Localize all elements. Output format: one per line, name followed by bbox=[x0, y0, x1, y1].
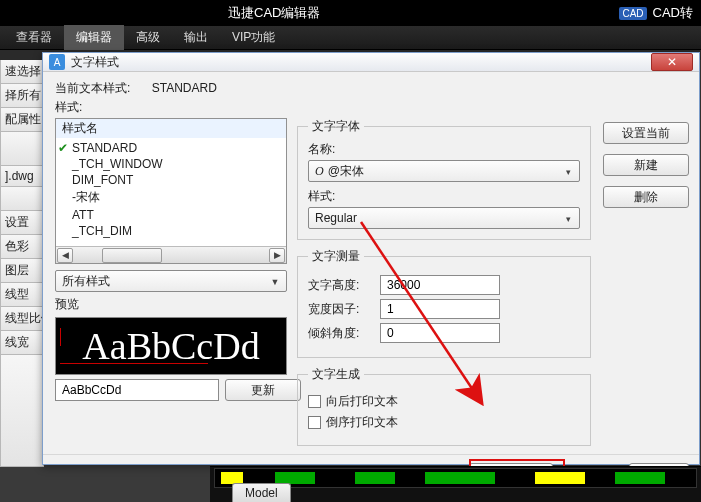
font-name-combo[interactable]: O @宋体 ▾ bbox=[308, 160, 580, 182]
chk-backwards-label: 向后打印文本 bbox=[326, 393, 398, 410]
preview-text: AaBbCcDd bbox=[82, 324, 259, 368]
font-name-value: @宋体 bbox=[328, 163, 364, 180]
style-item-label: _TCH_WINDOW bbox=[72, 157, 163, 171]
preview-box: AaBbCcDd bbox=[55, 317, 287, 375]
preview-label: 预览 bbox=[55, 296, 287, 313]
check-icon: ✔ bbox=[58, 141, 68, 155]
gen-group-title: 文字生成 bbox=[308, 366, 364, 383]
set-current-button[interactable]: 设置当前 bbox=[603, 122, 689, 144]
scroll-right-icon[interactable]: ▶ bbox=[269, 248, 285, 263]
current-style-label: 当前文本样式: bbox=[55, 81, 130, 95]
current-style-row: 当前文本样式: STANDARD bbox=[55, 80, 689, 97]
left-cell bbox=[0, 355, 44, 467]
chevron-down-icon: ▾ bbox=[561, 212, 575, 226]
font-name-label: 名称: bbox=[308, 141, 580, 158]
font-icon: O bbox=[315, 164, 324, 179]
left-cell[interactable]: 速选择 bbox=[0, 60, 44, 84]
width-label: 宽度因子: bbox=[308, 301, 380, 318]
scroll-left-icon[interactable]: ◀ bbox=[57, 248, 73, 263]
dialog-title: 文字样式 bbox=[71, 54, 119, 71]
style-item[interactable]: _TCH_WINDOW bbox=[56, 156, 286, 172]
left-cell[interactable]: 配属性 bbox=[0, 108, 44, 132]
style-filter-combo[interactable]: 所有样式 ▼ bbox=[55, 270, 287, 292]
width-input[interactable] bbox=[380, 299, 500, 319]
chk-upsidedown-row[interactable]: 倒序打印文本 bbox=[308, 414, 580, 431]
style-item[interactable]: -宋体 bbox=[56, 188, 286, 207]
left-cell[interactable]: 线型 bbox=[0, 283, 44, 307]
style-item-label: -宋体 bbox=[72, 189, 100, 206]
left-cell[interactable]: 色彩 bbox=[0, 235, 44, 259]
ribbon-tab-advanced[interactable]: 高级 bbox=[124, 25, 172, 50]
close-icon: ✕ bbox=[667, 55, 677, 69]
ribbon-tab-editor[interactable]: 编辑器 bbox=[64, 25, 124, 50]
current-style-value: STANDARD bbox=[152, 81, 217, 95]
style-item[interactable]: _TCH_DIM bbox=[56, 223, 286, 239]
font-style-label: 样式: bbox=[308, 188, 580, 205]
left-cell[interactable]: 线宽 bbox=[0, 331, 44, 355]
left-cell bbox=[0, 187, 44, 211]
delete-button[interactable]: 删除 bbox=[603, 186, 689, 208]
col-right: 设置当前 新建 删除 bbox=[601, 118, 689, 454]
text-style-dialog: A 文字样式 ✕ 当前文本样式: STANDARD 样式: 样式名 ✔ bbox=[42, 52, 700, 465]
style-list-header-label: 样式名 bbox=[62, 120, 98, 137]
oblique-label: 倾斜角度: bbox=[308, 325, 380, 342]
app-title: 迅捷CAD编辑器 bbox=[228, 4, 320, 22]
style-filter-value: 所有样式 bbox=[62, 273, 110, 290]
styles-label: 样式: bbox=[55, 99, 689, 116]
font-group: 文字字体 名称: O @宋体 ▾ 样式: Regular ▾ bbox=[297, 118, 591, 240]
font-style-combo[interactable]: Regular ▾ bbox=[308, 207, 580, 229]
font-group-title: 文字字体 bbox=[308, 118, 364, 135]
ribbon-tab-output[interactable]: 输出 bbox=[172, 25, 220, 50]
update-button[interactable]: 更新 bbox=[225, 379, 301, 401]
left-cell bbox=[0, 132, 44, 166]
style-item-label: STANDARD bbox=[72, 141, 137, 155]
measure-group-title: 文字测量 bbox=[308, 248, 364, 265]
ribbon-tab-vip[interactable]: VIP功能 bbox=[220, 25, 287, 50]
left-cell[interactable]: 图层 bbox=[0, 259, 44, 283]
height-label: 文字高度: bbox=[308, 277, 380, 294]
style-item[interactable]: ATT bbox=[56, 207, 286, 223]
ribbon-tabs: 查看器 编辑器 高级 输出 VIP功能 bbox=[0, 26, 701, 50]
model-tab[interactable]: Model bbox=[232, 483, 291, 502]
chevron-down-icon: ▼ bbox=[268, 275, 282, 289]
chk-backwards-row[interactable]: 向后打印文本 bbox=[308, 393, 580, 410]
preview-input[interactable] bbox=[55, 379, 219, 401]
col-mid: 文字字体 名称: O @宋体 ▾ 样式: Regular ▾ 文字测量 bbox=[297, 118, 591, 454]
style-item-label: ATT bbox=[72, 208, 94, 222]
style-item-label: DIM_FONT bbox=[72, 173, 133, 187]
font-style-value: Regular bbox=[315, 211, 357, 225]
app-right-text: CAD转 bbox=[653, 4, 693, 22]
col-left: 样式名 ✔ STANDARD _TCH_WINDOW DIM_FONT -宋体 … bbox=[55, 118, 287, 454]
app-titlebar: 迅捷CAD编辑器 CAD CAD转 bbox=[0, 0, 701, 26]
left-cell[interactable]: 择所有 bbox=[0, 84, 44, 108]
left-cell[interactable]: 线型比例 bbox=[0, 307, 44, 331]
left-cell[interactable]: ].dwg bbox=[0, 166, 44, 187]
left-panel: 速选择 择所有 配属性 ].dwg 设置 色彩 图层 线型 线型比例 线宽 bbox=[0, 60, 44, 467]
close-button[interactable]: ✕ bbox=[651, 53, 693, 71]
chevron-down-icon: ▾ bbox=[561, 165, 575, 179]
dialog-icon: A bbox=[49, 54, 65, 70]
checkbox-icon[interactable] bbox=[308, 416, 321, 429]
scroll-thumb[interactable] bbox=[102, 248, 162, 263]
cad-badge: CAD bbox=[619, 7, 646, 20]
gen-group: 文字生成 向后打印文本 倒序打印文本 bbox=[297, 366, 591, 446]
dialog-body: 当前文本样式: STANDARD 样式: 样式名 ✔ STANDARD _TCH… bbox=[43, 72, 699, 454]
hscrollbar[interactable]: ◀ ▶ bbox=[56, 246, 286, 263]
style-item-label: _TCH_DIM bbox=[72, 224, 132, 238]
style-list[interactable]: 样式名 ✔ STANDARD _TCH_WINDOW DIM_FONT -宋体 … bbox=[55, 118, 287, 264]
oblique-input[interactable] bbox=[380, 323, 500, 343]
checkbox-icon[interactable] bbox=[308, 395, 321, 408]
style-item[interactable]: DIM_FONT bbox=[56, 172, 286, 188]
new-button[interactable]: 新建 bbox=[603, 154, 689, 176]
chk-upsidedown-label: 倒序打印文本 bbox=[326, 414, 398, 431]
style-list-header: 样式名 bbox=[56, 119, 286, 138]
style-item[interactable]: ✔ STANDARD bbox=[56, 140, 286, 156]
dialog-titlebar[interactable]: A 文字样式 ✕ bbox=[43, 53, 699, 72]
height-input[interactable] bbox=[380, 275, 500, 295]
ribbon-tab-viewer[interactable]: 查看器 bbox=[4, 25, 64, 50]
left-cell[interactable]: 设置 bbox=[0, 211, 44, 235]
measure-group: 文字测量 文字高度: 宽度因子: 倾斜角度: bbox=[297, 248, 591, 358]
